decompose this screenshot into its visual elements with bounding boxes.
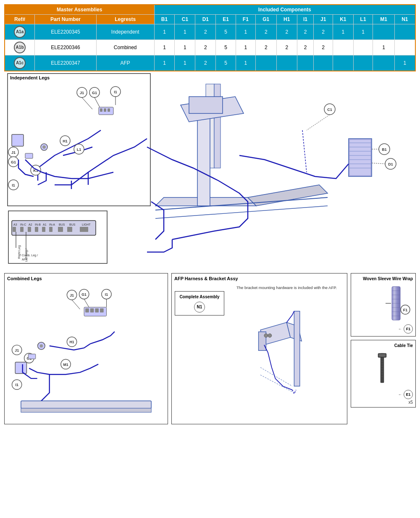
svg-line-57 bbox=[302, 130, 307, 172]
f1-badge: F1 bbox=[404, 324, 413, 334]
comp-m1 bbox=[373, 24, 394, 40]
svg-rect-97 bbox=[100, 308, 104, 313]
col-part: Part Number bbox=[35, 15, 97, 24]
comp-l1 bbox=[353, 55, 373, 71]
comp-g1: 2 bbox=[255, 40, 276, 55]
svg-rect-27 bbox=[25, 153, 33, 158]
svg-rect-72 bbox=[35, 227, 38, 232]
svg-text:A1: A1 bbox=[43, 223, 47, 226]
svg-rect-39 bbox=[349, 139, 372, 176]
main-diagram-area: Independent Legs J1 G1 I1 H1 L1 bbox=[0, 71, 420, 273]
afp-panel: AFP Harness & Bracket Assy Complete Asse… bbox=[171, 273, 347, 424]
svg-text:H1: H1 bbox=[69, 340, 74, 344]
cable-tie-svg bbox=[369, 351, 398, 389]
svg-rect-134 bbox=[381, 353, 384, 383]
comp-k1 bbox=[333, 55, 353, 71]
svg-text:IN-B: IN-B bbox=[35, 223, 41, 226]
comp-e1: 5 bbox=[216, 40, 236, 55]
woven-sleeve-svg: F1 bbox=[383, 284, 413, 322]
svg-point-109 bbox=[39, 344, 43, 347]
col-k1: K1 bbox=[333, 15, 353, 24]
svg-rect-70 bbox=[20, 227, 24, 232]
comp-d1: 2 bbox=[195, 40, 216, 55]
comp-e1: 5 bbox=[216, 24, 236, 40]
legrest-cell: AFP bbox=[96, 55, 154, 71]
svg-text:LIGHT: LIGHT bbox=[82, 223, 91, 226]
svg-line-121 bbox=[260, 375, 292, 392]
svg-line-56 bbox=[372, 163, 385, 164]
svg-rect-136 bbox=[379, 354, 386, 357]
afp-n1-badge: N1 bbox=[179, 302, 219, 313]
svg-rect-24 bbox=[104, 108, 106, 112]
col-g1: G1 bbox=[255, 15, 276, 24]
comp-l1: 1 bbox=[353, 24, 373, 40]
col-l1: L1 bbox=[353, 15, 373, 24]
col-m1: M1 bbox=[373, 15, 394, 24]
svg-text:IN-C: IN-C bbox=[20, 223, 26, 226]
svg-line-53 bbox=[307, 115, 330, 130]
woven-sleeve-label: Woven Sleeve Wire Wrap bbox=[354, 276, 413, 282]
table-row: A1b ELE2200346 Combined 1 1 2 5 1 2 2 2 … bbox=[5, 40, 415, 55]
afp-diagram-svg bbox=[229, 292, 344, 397]
svg-rect-71 bbox=[28, 227, 31, 232]
part-number-cell: ELE2200346 bbox=[35, 40, 97, 55]
svg-text:M1: M1 bbox=[63, 363, 68, 367]
col-e1: E1 bbox=[216, 15, 236, 24]
svg-rect-113 bbox=[21, 408, 151, 413]
svg-rect-96 bbox=[95, 308, 99, 313]
bottom-panels: Combined Legs J1 G1 I1 H1 bbox=[0, 273, 420, 429]
ref-badge: A1b bbox=[14, 42, 26, 53]
comp-j1: 2 bbox=[314, 40, 333, 55]
comp-c1: 1 bbox=[175, 40, 195, 55]
col-h1: H1 bbox=[276, 15, 297, 24]
comp-h1: 2 bbox=[276, 40, 297, 55]
comp-b1: 1 bbox=[154, 40, 175, 55]
svg-point-29 bbox=[42, 145, 46, 149]
comp-f1: 1 bbox=[236, 55, 256, 71]
svg-rect-36 bbox=[197, 113, 210, 206]
cable-tie-box: Cable Tie bbox=[351, 340, 416, 408]
svg-rect-26 bbox=[12, 134, 24, 146]
table-section: Master Assemblies Included Components Re… bbox=[0, 0, 420, 71]
svg-text:G1: G1 bbox=[81, 292, 87, 297]
svg-text:I1: I1 bbox=[105, 292, 108, 297]
comp-i1: 2 bbox=[297, 40, 314, 55]
svg-text:BUS: BUS bbox=[59, 223, 65, 226]
svg-text:C1: C1 bbox=[327, 108, 332, 112]
svg-rect-110 bbox=[15, 362, 26, 373]
svg-text:J1: J1 bbox=[70, 293, 74, 297]
comp-n1 bbox=[394, 24, 415, 40]
svg-text:J1: J1 bbox=[15, 348, 19, 352]
main-diagram-svg: Independent Legs J1 G1 I1 H1 L1 bbox=[0, 71, 420, 273]
col-i1: I1 bbox=[297, 15, 314, 24]
svg-text:A3: A3 bbox=[13, 223, 17, 226]
col-d1: D1 bbox=[195, 15, 216, 24]
comp-d1: 2 bbox=[195, 24, 216, 40]
ref-badge: A1c bbox=[14, 57, 26, 69]
comp-i1 bbox=[297, 55, 314, 71]
ref-cell: A1a bbox=[5, 24, 35, 40]
svg-rect-73 bbox=[42, 227, 45, 232]
svg-text:G1: G1 bbox=[11, 160, 16, 164]
col-f1: F1 bbox=[236, 15, 256, 24]
col-b1: B1 bbox=[154, 15, 175, 24]
comp-k1: 1 bbox=[333, 24, 353, 40]
svg-point-117 bbox=[264, 334, 268, 338]
svg-text:I1: I1 bbox=[114, 90, 117, 94]
comp-g1 bbox=[255, 55, 276, 71]
svg-rect-75 bbox=[58, 227, 63, 232]
svg-rect-69 bbox=[13, 227, 16, 232]
col-n1: N1 bbox=[394, 15, 415, 24]
combined-legs-svg: J1 G1 I1 H1 M1 J1 bbox=[7, 283, 165, 417]
svg-line-86 bbox=[72, 300, 80, 309]
indep-legs-title: Independent Legs bbox=[10, 75, 50, 80]
cable-tie-label: Cable Tie bbox=[354, 343, 413, 349]
part-number-cell: ELE2200345 bbox=[35, 24, 97, 40]
svg-rect-25 bbox=[108, 108, 110, 112]
woven-sleeve-box: Woven Sleeve Wire Wrap bbox=[351, 273, 416, 337]
svg-text:J1: J1 bbox=[11, 150, 16, 155]
col-ref: Ref# bbox=[5, 15, 35, 24]
accessories-panel: Woven Sleeve Wire Wrap bbox=[351, 273, 416, 424]
ref-badge: A1a bbox=[14, 26, 26, 38]
comp-l1 bbox=[353, 40, 373, 55]
